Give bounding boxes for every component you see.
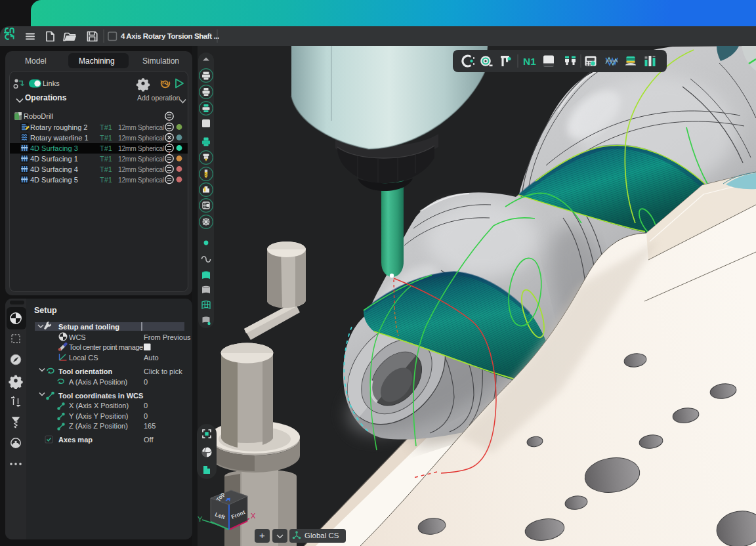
svg-text:N1: N1 [523, 56, 536, 67]
